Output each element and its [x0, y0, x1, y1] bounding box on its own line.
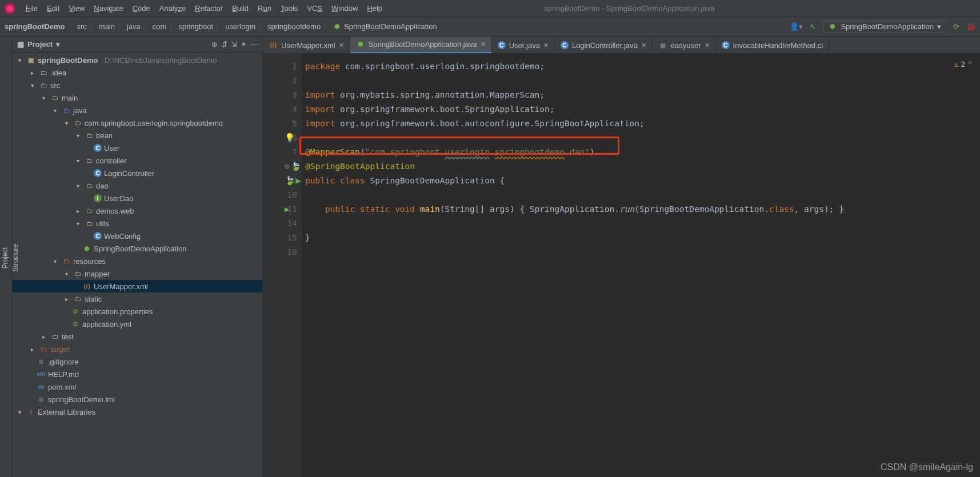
editor-area: ⟨/⟩UserMapper.xml✕ ⬢SpringBootDemoApplic… — [263, 37, 980, 477]
table-icon: ▦ — [658, 41, 667, 50]
tree-file-pom[interactable]: mpom.xml — [13, 380, 262, 393]
breadcrumb-item[interactable]: src — [77, 22, 86, 31]
warning-icon: ⚠ — [954, 57, 959, 71]
menu-run[interactable]: Run — [254, 3, 275, 14]
tree-interface-userdao[interactable]: IUserDao — [13, 192, 262, 205]
tree-package-demosweb[interactable]: ▸🗀demos.web — [13, 205, 262, 217]
tree-package-controller[interactable]: ▾🗀controller — [13, 154, 262, 167]
iml-file-icon: 🗎 — [37, 395, 46, 404]
tree-package[interactable]: ▾🗀com.springboot.userlogin.springbootdem… — [13, 117, 262, 129]
menu-build[interactable]: Build — [228, 3, 253, 14]
menu-edit[interactable]: Edit — [43, 3, 63, 14]
problems-indicator[interactable]: ⚠ 2 ⌃ — [954, 57, 972, 71]
spring-icon: ⬢ — [333, 22, 342, 31]
tree-class-logincontroller[interactable]: CLoginController — [13, 167, 262, 179]
spring-bean-icon[interactable]: ⊙ — [285, 159, 290, 174]
tab-usermapper[interactable]: ⟨/⟩UserMapper.xml✕ — [263, 37, 350, 53]
tab-easyuser[interactable]: ▦easyuser✕ — [653, 37, 716, 53]
tree-file-usermapper[interactable]: ⟨/⟩UserMapper.xml — [13, 280, 262, 292]
spring-nav-icon[interactable]: 🍃 — [291, 159, 301, 174]
structure-tool-tab[interactable]: Structure — [10, 239, 21, 276]
menu-navigate[interactable]: Navigate — [90, 3, 127, 14]
tree-file-iml[interactable]: 🗎springBootDemo.iml — [13, 393, 262, 406]
close-icon[interactable]: ✕ — [641, 42, 646, 49]
interface-icon: I — [94, 194, 102, 202]
line-gutter[interactable]: 1 2 3 4 5 6 7 8 9 10 11 14 15 16 💡 ⊙🍃 — [263, 54, 302, 477]
menu-file[interactable]: File — [22, 3, 42, 14]
tree-package-bean[interactable]: ▾🗀bean — [13, 129, 262, 142]
tree-package-dao[interactable]: ▾🗀dao — [13, 179, 262, 192]
run-gutter-icon[interactable]: ▶ — [296, 174, 301, 188]
tree-folder-target[interactable]: ▸🗀target — [13, 343, 262, 355]
package-icon: 🗀 — [85, 206, 94, 215]
chevron-down-icon[interactable]: ▾ — [56, 40, 60, 49]
breadcrumb-item[interactable]: com — [153, 22, 167, 31]
menu-refactor[interactable]: Refactor — [191, 3, 227, 14]
breadcrumb-item[interactable]: springboot — [178, 22, 213, 31]
tree-folder-java[interactable]: ▾🗀java — [13, 104, 262, 117]
tree-external-libraries[interactable]: ▾⫴External Libraries — [13, 406, 262, 418]
tree-root[interactable]: ▾▣springBootDemo D:\NCB\ncbJava\springBo… — [13, 54, 262, 66]
select-opened-file-icon[interactable]: ⊕ — [211, 40, 218, 49]
close-icon[interactable]: ✕ — [481, 41, 486, 48]
tree-package-utils[interactable]: ▾🗀utils — [13, 217, 262, 230]
code-content[interactable]: package com.springboot.userlogin.springb… — [302, 54, 980, 477]
add-config-icon[interactable]: 👤▾ — [790, 22, 803, 31]
navigation-bar: springBootDemo〉 src〉 main〉 java〉 com〉 sp… — [0, 17, 980, 37]
close-icon[interactable]: ✕ — [705, 42, 710, 49]
tree-folder-main[interactable]: ▾🗀main — [13, 91, 262, 104]
breadcrumb-item[interactable]: userlogin — [225, 22, 255, 31]
tree-folder-static[interactable]: ▸🗀static — [13, 292, 262, 305]
back-icon[interactable]: ↖ — [810, 22, 816, 31]
breadcrumb-item[interactable]: java — [127, 22, 141, 31]
breadcrumb-item[interactable]: main — [99, 22, 115, 31]
tab-sbapp[interactable]: ⬢SpringBootDemoApplication.java✕ — [350, 37, 492, 53]
code-editor[interactable]: 1 2 3 4 5 6 7 8 9 10 11 14 15 16 💡 ⊙🍃 — [263, 54, 980, 477]
collapse-all-icon[interactable]: ⇲ — [231, 40, 237, 49]
class-icon: C — [94, 232, 102, 240]
project-tree[interactable]: ▾▣springBootDemo D:\NCB\ncbJava\springBo… — [13, 53, 262, 477]
spring-nav-icon[interactable]: 🍃 — [285, 174, 295, 188]
tab-user[interactable]: CUser.java✕ — [492, 37, 555, 53]
spring-icon: ⬢ — [356, 39, 365, 49]
expand-icon[interactable]: ⌃ — [967, 57, 972, 71]
breadcrumb-item[interactable]: springBootDemo — [5, 22, 65, 31]
close-icon[interactable]: ✕ — [339, 42, 344, 49]
tree-class-webconfig[interactable]: CWebConfig — [13, 230, 262, 242]
breadcrumb-item[interactable]: SpringBootDemoApplication — [344, 22, 437, 31]
tab-logincontroller[interactable]: CLoginController.java✕ — [555, 37, 653, 53]
menu-analyze[interactable]: Analyze — [155, 3, 190, 14]
tree-class-sbapp[interactable]: ⬢SpringBootDemoApplication — [13, 242, 262, 255]
left-tool-stripe: Project Structure — [0, 37, 13, 477]
menu-code[interactable]: Code — [129, 3, 154, 14]
run-configuration-dropdown[interactable]: ⬢ SpringBootDemoApplication ▾ — [823, 21, 946, 33]
close-icon[interactable]: ✕ — [543, 42, 549, 49]
tree-class-user[interactable]: CUser — [13, 142, 262, 154]
tree-folder-src[interactable]: ▾🗀src — [13, 79, 262, 91]
tree-file-gitignore[interactable]: 🗎.gitignore — [13, 355, 262, 368]
breadcrumb[interactable]: springBootDemo〉 src〉 main〉 java〉 com〉 sp… — [5, 22, 437, 32]
hide-icon[interactable]: — — [250, 40, 258, 49]
tree-folder-resources[interactable]: ▾🗀resources — [13, 255, 262, 267]
tree-folder-idea[interactable]: ▸🗀.idea — [13, 66, 262, 79]
tree-folder-test[interactable]: ▸🗀test — [13, 330, 262, 343]
tree-file-help[interactable]: MDHELP.md — [13, 368, 262, 380]
run-gutter-icon[interactable]: ▶ — [285, 202, 290, 217]
tab-invocable[interactable]: CInvocableHandlerMethod.cl — [716, 37, 830, 53]
tree-file-appprops[interactable]: ⚙application.properties — [13, 305, 262, 318]
tree-folder-mapper[interactable]: ▾🗀mapper — [13, 267, 262, 280]
class-icon: C — [561, 41, 569, 49]
refresh-icon[interactable]: ⟳ — [953, 22, 959, 31]
tree-file-appyml[interactable]: ⚙application.yml — [13, 318, 262, 330]
breadcrumb-item[interactable]: springbootdemo — [267, 22, 321, 31]
source-folder-icon: 🗀 — [62, 106, 71, 115]
settings-icon[interactable]: ✶ — [241, 40, 247, 49]
project-panel-header: ▦ Project ▾ ⊕ ⇵ ⇲ ✶ — — [13, 37, 262, 53]
project-tool-tab[interactable]: Project — [0, 243, 10, 273]
menu-view[interactable]: View — [65, 3, 89, 14]
package-icon: 🗀 — [85, 219, 94, 228]
debug-icon[interactable]: 🐞 — [966, 22, 975, 31]
expand-all-icon[interactable]: ⇵ — [221, 40, 227, 49]
window-title: springBootDemo - SpringBootDemoApplicati… — [283, 4, 975, 13]
bulb-icon[interactable]: 💡 — [285, 131, 295, 145]
